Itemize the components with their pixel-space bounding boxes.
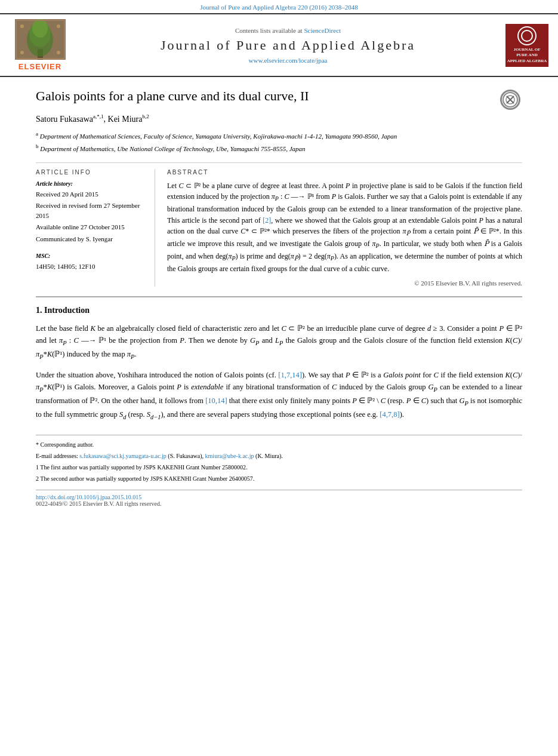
svg-point-4 xyxy=(32,19,48,38)
journal-full-title: Journal of Pure and Applied Algebra xyxy=(79,38,497,53)
contents-available-line: Contents lists available at ScienceDirec… xyxy=(79,27,497,34)
bottom-bar: http://dx.doi.org/10.1016/j.jpaa.2015.10… xyxy=(36,490,522,507)
jpaa-logo-inner xyxy=(521,30,533,42)
abstract-column: ABSTRACT Let C ⊂ ℙ² be a plane curve of … xyxy=(167,169,522,287)
msc-codes: 14H50; 14H05; 12F10 xyxy=(36,262,145,272)
abstract-text: Let C ⊂ ℙ² be a plane curve of degree at… xyxy=(167,180,522,275)
svg-point-8 xyxy=(20,51,24,54)
footnote1: 1 The first author was partially support… xyxy=(36,463,522,472)
copyright-text: © 2015 Elsevier B.V. All rights reserved… xyxy=(167,279,522,287)
affiliations: a Department of Mathematical Sciences, F… xyxy=(36,130,522,154)
footnote2: 2 The second author was partially suppor… xyxy=(36,474,522,484)
intro-para1: Let the base field K be an algebraically… xyxy=(36,322,522,362)
sciencedirect-link[interactable]: ScienceDirect xyxy=(304,27,341,34)
article-title: Galois points for a plane curve and its … xyxy=(36,88,309,105)
intro-section-title: 1. Introduction xyxy=(36,306,522,315)
jpaa-logo: JOURNAL OF PURE AND APPLIED ALGEBRA xyxy=(503,24,551,67)
elsevier-logo: ELSEVIER xyxy=(7,19,73,71)
email2-name: (K. Miura). xyxy=(255,453,283,459)
email1-name: (S. Fukasawa), xyxy=(168,453,204,459)
jpaa-logo-icon xyxy=(517,26,537,45)
email2-link[interactable]: kmiura@ube-k.ac.jp xyxy=(205,453,254,459)
author-satoru: Satoru Fukasawa xyxy=(36,114,93,123)
footnote-star: * Corresponding author. xyxy=(36,440,522,450)
revised-date: Received in revised form 27 September 20… xyxy=(36,201,145,220)
article-history-heading: Article history: xyxy=(36,180,145,187)
journal-title-center: Contents lists available at ScienceDirec… xyxy=(79,27,497,64)
journal-reference-text: Journal of Pure and Applied Algebra 220 … xyxy=(200,4,358,11)
authors-line: Satoru Fukasawaa,*,1, Kei Miurab,2 xyxy=(36,113,522,124)
main-divider xyxy=(36,296,522,297)
communicated-by: Communicated by S. Iyengar xyxy=(36,234,145,244)
main-content: Galois points for a plane curve and its … xyxy=(0,77,558,519)
crossmark-circle xyxy=(500,90,520,110)
affiliation-b: b Department of Mathematics, Ube Nationa… xyxy=(36,142,522,154)
journal-header: ELSEVIER Contents lists available at Sci… xyxy=(0,13,558,77)
article-info-column: ARTICLE INFO Article history: Received 2… xyxy=(36,169,155,287)
issn-line: 0022-4049/© 2015 Elsevier B.V. All right… xyxy=(36,500,522,507)
msc-heading: MSC: xyxy=(36,253,145,259)
author-a-sup: a,*,1 xyxy=(93,113,104,119)
affiliation-a: a Department of Mathematical Sciences, F… xyxy=(36,130,522,142)
title-row: Galois points for a plane curve and its … xyxy=(36,88,522,113)
footnote-emails: E-mail addresses: s.fukasawa@sci.kj.yama… xyxy=(36,451,522,461)
abstract-heading: ABSTRACT xyxy=(167,169,522,176)
available-date: Available online 27 October 2015 xyxy=(36,222,145,232)
doi-link[interactable]: http://dx.doi.org/10.1016/j.jpaa.2015.10… xyxy=(36,494,141,500)
article-info-heading: ARTICLE INFO xyxy=(36,169,145,176)
intro-para2: Under the situation above, Yoshihara int… xyxy=(36,369,522,423)
crossmark[interactable] xyxy=(498,88,522,112)
journal-url[interactable]: www.elsevier.com/locate/jpaa xyxy=(79,57,497,64)
journal-reference-bar: Journal of Pure and Applied Algebra 220 … xyxy=(0,0,558,13)
author-b-sup: b,2 xyxy=(142,113,149,119)
info-divider xyxy=(36,162,522,163)
jpaa-logo-text: JOURNAL OF PURE AND APPLIED ALGEBRA xyxy=(507,47,547,63)
info-abstract-columns: ARTICLE INFO Article history: Received 2… xyxy=(36,169,522,287)
svg-point-7 xyxy=(57,24,60,28)
author-kei: , Kei Miura xyxy=(104,114,143,123)
jpaa-logo-box: JOURNAL OF PURE AND APPLIED ALGEBRA xyxy=(505,24,548,67)
received-date: Received 20 April 2015 xyxy=(36,189,145,199)
elsevier-tree-image xyxy=(15,19,66,60)
svg-point-6 xyxy=(20,24,24,28)
footnotes: * Corresponding author. E-mail addresses… xyxy=(36,435,522,484)
elsevier-brand-text: ELSEVIER xyxy=(19,62,61,71)
svg-point-9 xyxy=(57,51,60,54)
email1-link[interactable]: s.fukasawa@sci.kj.yamagata-u.ac.jp xyxy=(79,453,167,459)
